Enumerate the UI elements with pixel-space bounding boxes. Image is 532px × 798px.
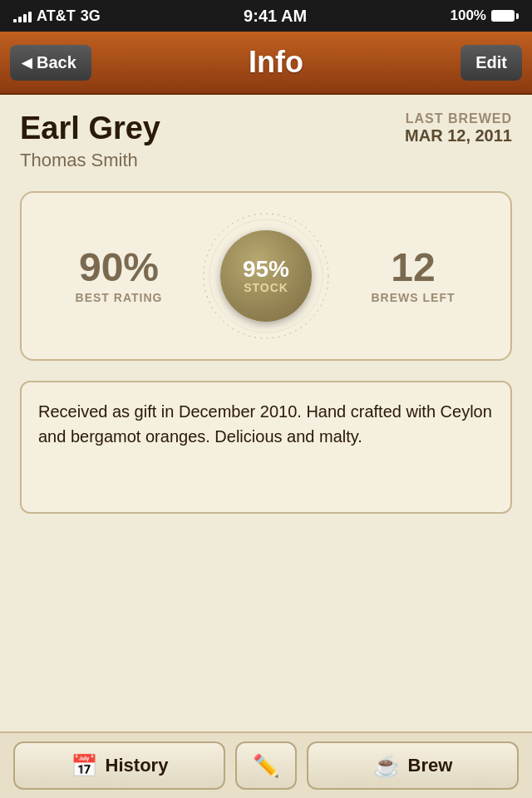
tea-header: Earl Grey Thomas Smith LAST BREWED MAR 1…: [20, 111, 512, 171]
carrier-label: AT&T: [37, 7, 76, 25]
stats-container: 90% BEST RATING // We'll draw tick marks…: [20, 191, 512, 361]
main-content: Earl Grey Thomas Smith LAST BREWED MAR 1…: [0, 95, 532, 732]
best-rating-value: 90%: [38, 248, 200, 288]
history-button[interactable]: 📅 History: [13, 741, 225, 790]
brews-left-label: BREWS LEFT: [332, 291, 494, 304]
calendar-icon: 📅: [71, 753, 97, 779]
history-label: History: [106, 755, 169, 776]
edit-note-icon: ✏️: [253, 753, 279, 779]
brew-button[interactable]: ☕ Brew: [307, 741, 519, 790]
cup-icon: ☕: [373, 753, 400, 779]
page-title: Info: [249, 45, 303, 80]
last-brewed-label: LAST BREWED: [405, 111, 512, 126]
back-button[interactable]: Back: [10, 45, 91, 81]
battery-percent: 100%: [451, 7, 486, 24]
network-label: 3G: [81, 7, 101, 25]
notes-text: Received as gift in December 2010. Hand …: [38, 399, 494, 449]
battery-icon: [491, 10, 519, 22]
tea-owner: Thomas Smith: [20, 150, 160, 171]
brew-label: Brew: [408, 755, 453, 776]
best-rating-stat: 90% BEST RATING: [38, 248, 200, 304]
brews-left-value: 12: [332, 248, 494, 288]
stock-circle: // We'll draw tick marks via SVG in a st…: [200, 209, 332, 342]
status-bar: AT&T 3G 9:41 AM 100%: [0, 0, 532, 32]
status-time: 9:41 AM: [244, 7, 307, 26]
add-note-button[interactable]: ✏️: [235, 741, 297, 790]
tea-info: Earl Grey Thomas Smith: [20, 111, 160, 171]
bottom-bar: 📅 History ✏️ ☕ Brew: [0, 732, 532, 798]
edit-button[interactable]: Edit: [461, 45, 522, 81]
brews-left-stat: 12 BREWS LEFT: [332, 248, 494, 304]
tea-name: Earl Grey: [20, 111, 160, 146]
notes-box: Received as gift in December 2010. Hand …: [20, 381, 512, 514]
stock-label: STOCK: [244, 281, 288, 294]
signal-icon: [13, 9, 32, 22]
status-carrier: AT&T 3G: [13, 7, 101, 25]
stock-circle-inner: 95% STOCK: [220, 230, 312, 322]
last-brewed: LAST BREWED MAR 12, 2011: [405, 111, 512, 145]
stock-value: 95%: [243, 258, 289, 281]
best-rating-label: BEST RATING: [38, 291, 200, 304]
status-battery: 100%: [451, 7, 519, 24]
navigation-bar: Back Info Edit: [0, 32, 532, 95]
last-brewed-date: MAR 12, 2011: [405, 126, 512, 145]
